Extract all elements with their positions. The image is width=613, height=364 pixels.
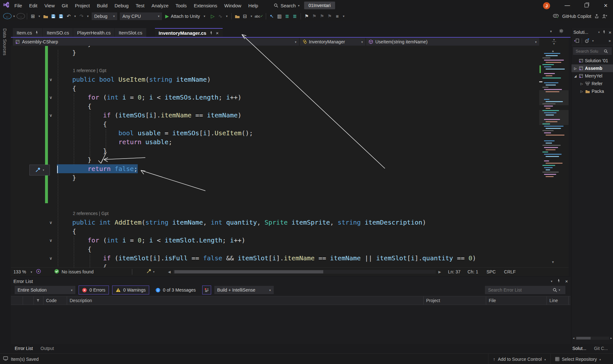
code-line[interactable]: return false; [57,164,476,173]
menu-item-analyze[interactable]: Analyze [148,3,172,8]
window-position-dropdown-icon[interactable]: ▾ [598,31,600,34]
redo-icon[interactable]: ↷ [78,12,85,20]
search-control[interactable]: Search ▾ [274,3,300,8]
close-icon[interactable]: × [565,279,568,284]
code-editor[interactable]: ∨∨∨∨∨∨ } }1 reference | Gpt public bool … [11,45,539,267]
scrollbar-thumb[interactable] [174,270,323,273]
quick-actions-icon[interactable] [146,269,151,275]
error-search-input[interactable] [487,287,553,293]
column-header-file[interactable]: File [486,296,547,305]
tree-collapsed-icon[interactable]: ▷ [580,90,584,93]
add-to-source-control-button[interactable]: ↑ Add to Source Control ▴ [488,354,550,364]
scope-filter-dropdown[interactable]: Entire Solution▾ [15,286,75,294]
code-line[interactable] [57,191,476,200]
code-line[interactable]: for (int i = 0; i < itemSlot.Length; i++… [57,236,476,245]
new-project-icon[interactable]: ⊞ [29,12,37,20]
close-icon[interactable]: × [609,30,611,35]
navigate-cursor-icon[interactable]: ↖ [268,12,276,20]
clear-bookmarks-icon[interactable]: ⚑ [326,12,333,20]
tab-playerhealth-cs[interactable]: PlayerHealth.cs [73,28,114,37]
source-filter-dropdown[interactable]: Build + IntelliSense▾ [214,286,274,294]
tab-itemso-cs[interactable]: ItemSO.cs [43,28,73,37]
nav-backward-icon[interactable]: ← [3,13,11,19]
column-header-project[interactable]: Project [424,296,486,305]
scroll-right-icon[interactable]: ▸ [610,336,612,340]
health-status[interactable]: No issues found [62,269,94,274]
tree-collapsed-icon[interactable]: ▷ [580,82,584,85]
prev-bookmark-icon[interactable]: ⚑ [310,12,318,20]
menu-item-help[interactable]: Help [245,3,262,8]
avatar[interactable]: J [543,2,550,9]
code-line[interactable]: { [57,263,476,267]
clipboard-icon[interactable]: ▥ [276,12,283,20]
menu-item-project[interactable]: Project [71,3,93,8]
menu-item-build[interactable]: Build [93,3,111,8]
document-list-dropdown-icon[interactable]: ▾ [550,29,552,33]
code-line[interactable]: bool usable = itemSOs[i].UseItem(); [57,129,476,137]
bookmark-icon[interactable]: ⚑ [303,12,310,20]
quick-actions-widget[interactable]: ▾ [29,165,50,175]
split-editor-handle[interactable]: ▴──▾ [552,38,556,45]
configuration-dropdown[interactable]: Debug▾ [92,12,117,20]
code-line[interactable]: { [57,84,476,93]
se-horizontal-scrollbar[interactable]: ◂ ▸ [573,336,612,340]
tree-item-assemb[interactable]: ▷Assemb [571,64,613,72]
menu-item-file[interactable]: File [11,3,26,8]
menu-item-view[interactable]: View [41,3,58,8]
menu-item-debug[interactable]: Debug [111,3,132,8]
line-ending-indicator[interactable]: CRLF [504,269,516,274]
attach-to-unity-button[interactable]: ▶ Attach to Unity ▾ [165,12,207,20]
spell-check-icon[interactable]: abc✓ [254,12,264,20]
codelens-line[interactable]: 1 reference | Gpt [57,66,476,75]
solution-search-box[interactable] [573,47,612,55]
member-dropdown[interactable]: UseItem(string itemName)▾ [366,38,539,46]
tree-item-merryyel[interactable]: ◢MerryYel [571,72,613,80]
share-icon[interactable] [594,14,599,19]
search-dropdown-icon[interactable]: ▾ [298,4,300,7]
code-line[interactable]: public bool UseItem(string itemName) [57,75,476,84]
pin-icon[interactable] [35,30,39,35]
code-line[interactable] [57,57,476,66]
scroll-down-icon[interactable]: ▼ [551,260,555,264]
code-line[interactable]: if (itemSOs[i].itemName == itemName) [57,111,476,120]
tree-collapsed-icon[interactable]: ▷ [573,67,577,70]
fold-chevron-icon[interactable]: ∨ [47,238,55,243]
tab-settings-gear-icon[interactable] [559,29,563,34]
column-header-blank[interactable] [34,296,43,305]
scrollbar-thumb[interactable] [576,337,591,339]
toolbar-overflow-icon[interactable]: » [609,39,611,43]
pin-icon[interactable] [209,30,213,36]
open-file-icon[interactable] [42,12,50,20]
indent-decrease-icon[interactable]: ≣ [283,12,291,20]
switch-views-icon[interactable] [574,39,579,43]
error-search-box[interactable]: ▾ [485,286,565,294]
solution-search-input[interactable] [575,48,604,54]
chevron-down-icon[interactable]: ▾ [592,39,594,42]
project-dropdown[interactable]: Assembly-CSharp▾ [13,38,299,46]
find-in-files-icon[interactable] [234,12,241,20]
fold-chevron-icon[interactable]: ∨ [47,95,55,100]
code-content[interactable]: } }1 reference | Gpt public bool UseItem… [57,45,476,267]
code-line[interactable]: } [57,173,476,182]
menu-item-edit[interactable]: Edit [26,3,41,8]
search-input[interactable]: 01Inventari [304,2,335,9]
zoom-control[interactable]: 133 %▾ [13,269,32,274]
tree-expanded-icon[interactable]: ◢ [573,74,577,78]
pin-icon[interactable] [557,278,561,284]
save-icon[interactable] [50,12,57,20]
menu-item-test[interactable]: Test [132,3,148,8]
indent-increase-icon[interactable]: ≣ [291,12,299,20]
error-list-grid[interactable] [11,305,571,343]
save-all-icon[interactable] [57,12,65,20]
select-repository-button[interactable]: Select Repository ▴ [550,354,605,364]
nav-forward-icon[interactable]: → [17,13,25,19]
messages-filter-button[interactable]: 0 of 3 Messages [152,286,199,294]
code-line[interactable]: public int AddItem(string itemName, int … [57,218,476,227]
insert-mode-indicator[interactable]: SPC [487,269,496,274]
toolbar-overflow-icon[interactable]: ≡ [333,12,341,20]
column-header-line[interactable]: Line [547,296,569,305]
scroll-left-icon[interactable]: ◂ [573,336,574,340]
menu-item-window[interactable]: Window [221,3,245,8]
code-line[interactable] [57,200,476,209]
codelens-line[interactable]: 2 references | Gpt [57,209,476,218]
